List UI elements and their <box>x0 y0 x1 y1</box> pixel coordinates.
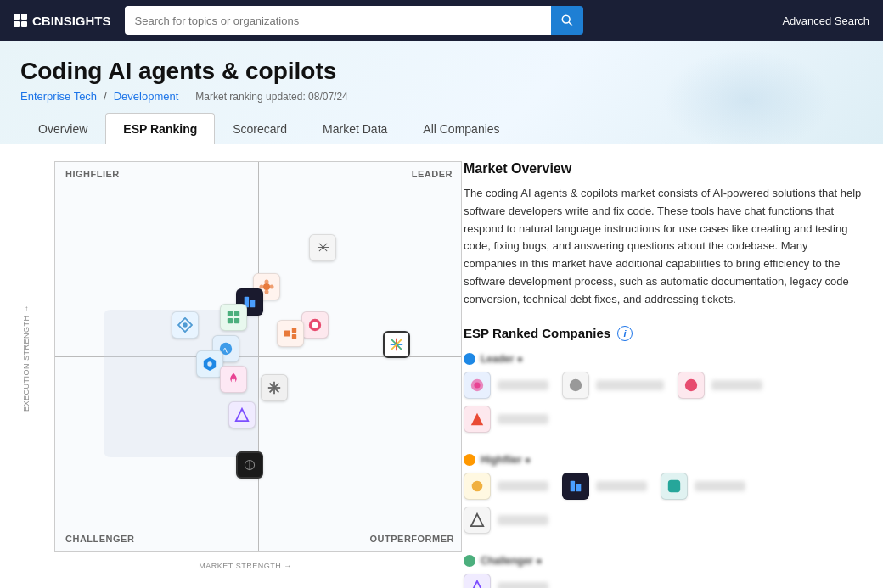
search-button[interactable] <box>551 6 583 35</box>
company-name-4-blurred <box>498 414 548 424</box>
company-name-hf-3-blurred <box>695 481 745 491</box>
company-dot-c3[interactable] <box>172 311 199 339</box>
company-dot-c9[interactable] <box>196 350 223 378</box>
company-logo-hf-1 <box>464 473 491 500</box>
tab-bar: Overview ESP Ranking Scorecard Market Da… <box>20 113 863 144</box>
company-name-1-blurred <box>498 380 548 390</box>
svg-rect-13 <box>228 318 233 323</box>
company-dot-c12[interactable] <box>228 401 256 428</box>
tier-challenger: Challenger ● <box>464 555 863 588</box>
company-dot-c2[interactable]: ✳ <box>309 234 336 261</box>
svg-rect-43 <box>668 479 680 491</box>
company-logo-hf-3 <box>661 473 688 500</box>
search-input[interactable] <box>125 6 551 35</box>
company-name-hf-2-blurred <box>596 481 647 491</box>
company-logo-4 <box>464 406 491 433</box>
axis-execution-strength-label: EXECUTION STRENGTH → <box>22 305 31 412</box>
tier-challenger-text: Challenger ● <box>481 555 543 567</box>
company-dot-c7[interactable] <box>277 320 304 347</box>
svg-rect-42 <box>576 484 581 491</box>
main-content: EXECUTION STRENGTH → HIGHFLIER LEADER CH… <box>0 144 883 588</box>
market-updated-label: Market ranking updated: 08/07/24 <box>195 91 347 103</box>
company-card-leader-1[interactable] <box>464 372 548 399</box>
svg-marker-28 <box>236 408 248 420</box>
company-card-leader-2[interactable] <box>562 372 664 399</box>
company-card-hf-2[interactable] <box>562 473 647 500</box>
svg-point-40 <box>472 480 483 491</box>
tier-highflier-label: Highflier ● <box>464 454 863 466</box>
page-title: Coding AI agents & copilots <box>20 58 863 85</box>
market-overview-text: The coding AI agents & copilots market c… <box>464 185 863 309</box>
company-dot-c6[interactable] <box>301 311 329 339</box>
tier-highflier-text: Highflier ● <box>481 454 531 466</box>
company-card-leader-3[interactable] <box>678 372 762 399</box>
esp-info-icon[interactable]: i <box>617 326 633 341</box>
company-name-hf-1-blurred <box>498 481 548 491</box>
svg-point-23 <box>207 361 211 366</box>
tab-esp-ranking[interactable]: ESP Ranking <box>105 113 215 144</box>
tab-all-companies[interactable]: All Companies <box>405 113 517 144</box>
svg-marker-44 <box>471 513 483 525</box>
company-dot-c11[interactable] <box>261 374 288 401</box>
market-overview-title: Market Overview <box>464 161 863 176</box>
leader-companies-row <box>464 372 863 399</box>
company-dot-c5[interactable] <box>220 304 247 331</box>
company-logo-hf-4 <box>464 507 491 534</box>
tier-leader: Leader ● <box>464 353 863 433</box>
logo-grid-icon <box>14 14 27 27</box>
tab-overview[interactable]: Overview <box>20 113 105 144</box>
challenger-companies-row <box>464 574 863 588</box>
company-dot-c10[interactable] <box>220 366 247 393</box>
breadcrumb-separator: / <box>104 90 107 103</box>
svg-rect-41 <box>571 480 575 491</box>
svg-point-38 <box>685 378 697 390</box>
svg-point-6 <box>269 284 273 288</box>
svg-rect-11 <box>228 311 233 316</box>
leader-extra-card <box>464 406 863 433</box>
tab-market-data[interactable]: Market Data <box>305 113 405 144</box>
search-bar <box>125 6 583 35</box>
company-name-3-blurred <box>711 380 762 390</box>
company-dot-c13[interactable] <box>236 451 263 479</box>
svg-rect-10 <box>250 300 255 307</box>
tier-challenger-label: Challenger ● <box>464 555 863 567</box>
tier-divider-2 <box>464 546 863 546</box>
svg-point-3 <box>264 279 268 283</box>
advanced-search-link[interactable]: Advanced Search <box>782 14 869 27</box>
tier-highflier-badge <box>464 454 475 466</box>
esp-ranked-title: ESP Ranked Companies <box>464 326 610 340</box>
company-dot-c14[interactable] <box>383 331 410 358</box>
svg-text:∿: ∿ <box>222 344 228 354</box>
svg-point-37 <box>570 378 582 390</box>
axis-market-strength-label: MARKET STRENGTH → <box>199 562 291 570</box>
company-card-ch-1[interactable] <box>464 574 548 588</box>
tier-divider-1 <box>464 445 863 445</box>
logo[interactable]: CBINSIGHTS <box>14 14 111 28</box>
company-logo-2 <box>562 372 589 399</box>
svg-marker-39 <box>471 412 483 424</box>
highflier-companies-row <box>464 473 863 500</box>
svg-rect-12 <box>234 311 239 316</box>
quadrant-label-leader: LEADER <box>412 169 453 179</box>
search-icon <box>561 14 573 26</box>
breadcrumb-development[interactable]: Development <box>114 90 179 103</box>
quadrant-label-challenger: CHALLENGER <box>65 534 134 544</box>
highflier-extra <box>464 507 863 534</box>
company-name-ch-1-blurred <box>498 582 548 588</box>
svg-marker-45 <box>471 580 483 588</box>
logo-text: CBINSIGHTS <box>32 14 111 28</box>
company-card-hf-3[interactable] <box>661 473 745 500</box>
chart-vertical-line <box>258 162 259 551</box>
company-logo-3 <box>678 372 705 399</box>
company-card-hf-1[interactable] <box>464 473 548 500</box>
svg-point-2 <box>263 283 270 290</box>
company-card-hf-4[interactable] <box>464 507 548 534</box>
svg-point-4 <box>264 289 268 294</box>
svg-rect-14 <box>234 318 239 323</box>
tab-scorecard[interactable]: Scorecard <box>215 113 305 144</box>
header-section: Coding AI agents & copilots Enterprise T… <box>0 41 883 144</box>
breadcrumb-enterprise-tech[interactable]: Enterprise Tech <box>20 90 97 103</box>
esp-ranked-header: ESP Ranked Companies i <box>464 326 863 341</box>
company-card-leader-4[interactable] <box>464 406 548 433</box>
svg-rect-18 <box>292 328 296 332</box>
